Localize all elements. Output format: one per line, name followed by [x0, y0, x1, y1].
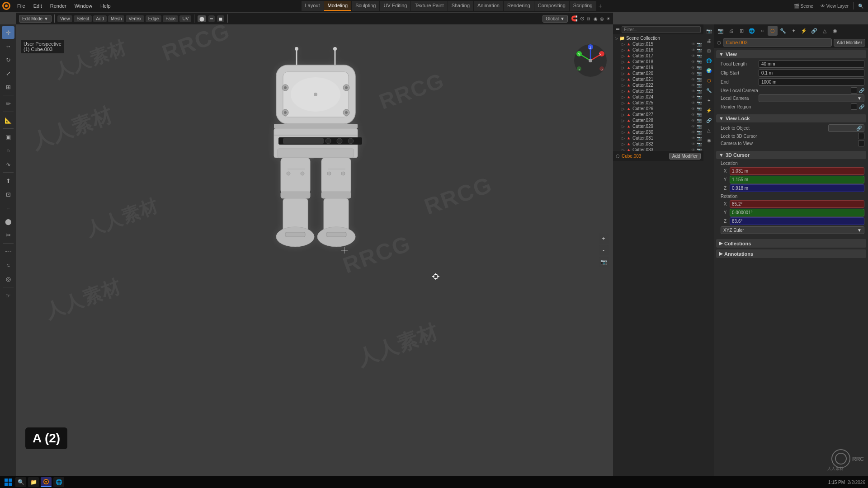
- outliner-item-cutter20[interactable]: ▷ 🔺 Cutter.020 👁 📷: [613, 70, 703, 76]
- use-local-camera-checkbox[interactable]: [851, 87, 857, 94]
- world-props-icon[interactable]: ○: [757, 26, 767, 36]
- menu-window[interactable]: Window: [71, 2, 96, 9]
- outliner-item-cutter32[interactable]: ▷ 🔺 Cutter.032 👁 📷: [613, 141, 703, 147]
- outliner-item-cutter25[interactable]: ▷ 🔺 Cutter.025 👁 📷: [613, 100, 703, 106]
- outliner-item-cutter26[interactable]: ▷ 🔺 Cutter.026 👁 📷: [613, 106, 703, 112]
- cursor-ry-value[interactable]: 0.000001°: [730, 209, 864, 216]
- btn-add[interactable]: Add: [93, 15, 107, 22]
- object-data-icon[interactable]: △: [704, 126, 713, 135]
- tool-box-select[interactable]: ▣: [2, 131, 14, 143]
- view-layer-icon[interactable]: ⊞: [704, 46, 713, 55]
- menu-render[interactable]: Render: [47, 2, 70, 9]
- shading-solid[interactable]: ◉: [594, 16, 598, 21]
- vertex-select-btn[interactable]: ⬤: [198, 15, 206, 22]
- scene-icon[interactable]: 🌐: [704, 56, 713, 65]
- object-props-icon[interactable]: ⬡: [768, 26, 778, 36]
- search-btn[interactable]: 🔍: [855, 3, 866, 9]
- tool-annotate[interactable]: ✏: [2, 97, 14, 110]
- tab-uv-editing[interactable]: UV Editing: [380, 1, 410, 11]
- material-props-icon[interactable]: ◉: [830, 26, 840, 36]
- output-props-icon[interactable]: 🖨: [726, 26, 736, 36]
- menu-file[interactable]: File: [14, 2, 29, 9]
- tab-sculpting[interactable]: Sculpting: [352, 1, 379, 11]
- outliner-item-cutter15[interactable]: ▷ 🔺 Cutter.015 👁 📷: [613, 41, 703, 47]
- outliner-item-cutter18[interactable]: ▷ 🔺 Cutter.018 👁 📷: [613, 59, 703, 65]
- collections-header[interactable]: ▶ Collections: [716, 239, 866, 248]
- object-icon[interactable]: ⬡: [704, 76, 713, 85]
- xray-btn[interactable]: ⧈: [587, 15, 590, 22]
- outliner-item-cutter19[interactable]: ▷ 🔺 Cutter.019 👁 📷: [613, 65, 703, 70]
- view-lock-header[interactable]: ▼ View Lock: [716, 114, 866, 122]
- taskbar-chrome[interactable]: 🌐: [53, 477, 64, 487]
- overlay-btn[interactable]: ⊙: [580, 15, 585, 22]
- local-camera-btn[interactable]: 🔗: [859, 88, 864, 93]
- shading-material[interactable]: ◎: [600, 16, 604, 21]
- btn-edge[interactable]: Edge: [146, 15, 161, 22]
- magnet-btn[interactable]: 🧲: [571, 15, 578, 22]
- cursor-3d-header[interactable]: ▼ 3D Cursor: [716, 151, 866, 159]
- tool-shrink[interactable]: ◎: [2, 272, 14, 285]
- windows-start-btn[interactable]: [3, 477, 14, 487]
- edit-mode-dropdown[interactable]: Edit Mode ▼: [19, 15, 52, 23]
- btn-select[interactable]: Select: [74, 15, 92, 22]
- tab-shading[interactable]: Shading: [448, 1, 473, 11]
- constraints-icon[interactable]: 🔗: [704, 116, 713, 125]
- tool-transform[interactable]: ⊞: [2, 80, 14, 93]
- navigation-gizmo[interactable]: X Y Z -X -Y: [572, 42, 609, 79]
- tool-cursor[interactable]: ✛: [2, 26, 14, 39]
- world-icon[interactable]: 🌍: [704, 66, 713, 75]
- view-props-icon[interactable]: ⊞: [736, 26, 746, 36]
- camera-btn[interactable]: 📷: [599, 257, 609, 267]
- scene-props-icon[interactable]: 🌐: [747, 26, 757, 36]
- btn-mesh[interactable]: Mesh: [108, 15, 124, 22]
- lock-to-object-select[interactable]: 🔗: [828, 124, 864, 132]
- outliner-item-cutter16[interactable]: ▷ 🔺 Cutter.016 👁 📷: [613, 47, 703, 53]
- shading-rendered[interactable]: ☀: [606, 16, 610, 21]
- constraints-props-icon[interactable]: 🔗: [809, 26, 819, 36]
- btn-face[interactable]: Face: [163, 15, 178, 22]
- tab-compositing[interactable]: Compositing: [534, 1, 569, 11]
- outliner-item-cutter24[interactable]: ▷ 🔺 Cutter.024 👁 📷: [613, 94, 703, 100]
- outliner-item-cutter27[interactable]: ▷ 🔺 Cutter.027 👁 📷: [613, 112, 703, 117]
- material-icon[interactable]: ◉: [704, 136, 713, 145]
- tool-move[interactable]: ↔: [2, 40, 14, 52]
- add-modifier-btn-2[interactable]: Add Modifier: [669, 153, 701, 160]
- tool-inset[interactable]: ⊡: [2, 188, 14, 201]
- viewport[interactable]: 人人素材 RRCG 人人素材 RRCG 人人素材 RRCG 人人素材 RRCG …: [16, 24, 613, 476]
- taskbar-blender[interactable]: [41, 477, 52, 487]
- data-props-icon[interactable]: △: [820, 26, 830, 36]
- cursor-rz-value[interactable]: 83.6°: [730, 217, 864, 225]
- rotation-mode-select[interactable]: XYZ Euler ▼: [721, 226, 864, 234]
- tab-rendering[interactable]: Rendering: [504, 1, 534, 11]
- outliner-item-cutter29[interactable]: ▷ 🔺 Cutter.029 👁 📷: [613, 123, 703, 129]
- lock-to-3d-cursor-checkbox[interactable]: [858, 133, 864, 139]
- local-camera-select[interactable]: ▼: [759, 94, 864, 102]
- zoom-in-btn[interactable]: +: [599, 234, 609, 244]
- tool-bevel[interactable]: ⌐: [2, 202, 14, 214]
- outliner-item-cutter33[interactable]: ▷ 🔺 Cutter.033 👁 📷: [613, 147, 703, 151]
- clip-start-value[interactable]: 0.1 m: [759, 69, 864, 77]
- btn-view[interactable]: View: [57, 15, 73, 22]
- tool-scale[interactable]: ⤢: [2, 67, 14, 80]
- annotations-header[interactable]: ▶ Annotations: [716, 249, 866, 258]
- outliner-item-cutter22[interactable]: ▷ 🔺 Cutter.022 👁 📷: [613, 82, 703, 88]
- tool-relax[interactable]: ≈: [2, 259, 14, 272]
- outliner-item-cutter23[interactable]: ▷ 🔺 Cutter.023 👁 📷: [613, 88, 703, 94]
- tool-measure[interactable]: 📐: [2, 114, 14, 127]
- add-modifier-btn[interactable]: Add Modifier: [834, 39, 865, 47]
- coord-system-dropdown[interactable]: Global ▼: [542, 15, 568, 23]
- tool-grab[interactable]: ☞: [2, 289, 14, 302]
- tab-modeling[interactable]: Modeling: [324, 1, 352, 11]
- tool-knife[interactable]: ✂: [2, 229, 14, 241]
- particles-props-icon[interactable]: ✦: [788, 26, 798, 36]
- tool-loop-cut[interactable]: ⬤: [2, 215, 14, 228]
- modifier-props-icon[interactable]: 🔧: [778, 26, 788, 36]
- cursor-z-value[interactable]: 0.918 m: [730, 184, 864, 192]
- render-region-checkbox[interactable]: [851, 103, 857, 110]
- clip-end-value[interactable]: 1000 m: [759, 78, 864, 86]
- tool-extrude[interactable]: ⬆: [2, 174, 14, 187]
- outliner-item-cutter21[interactable]: ▷ 🔺 Cutter.021 👁 📷: [613, 76, 703, 82]
- render-icon[interactable]: 📷: [704, 26, 713, 35]
- physics-icon[interactable]: ⚡: [704, 106, 713, 115]
- tab-layout[interactable]: Layout: [302, 1, 324, 11]
